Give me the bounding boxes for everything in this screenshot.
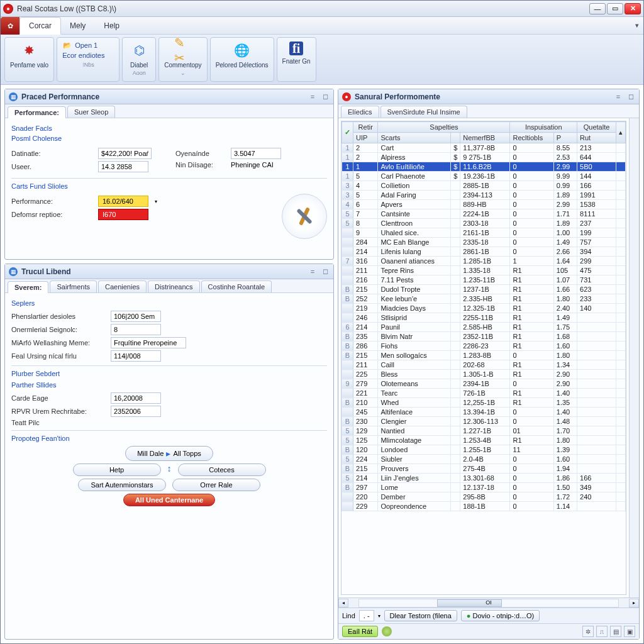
ribbon-penfame[interactable]: ✸ Penfame valo (4, 37, 54, 82)
col-recltiobls[interactable]: Recltiobls (510, 133, 553, 143)
table-row[interactable]: 2167.11 Pests1.235-11BR11.07731 (342, 275, 626, 285)
panel1-popout[interactable]: ◻ (321, 92, 330, 101)
maximize-button[interactable]: ▭ (607, 3, 623, 14)
table-row[interactable]: 57Cantsinte2224-1B01.718111 (342, 209, 626, 219)
status-icon-3[interactable]: ▤ (610, 626, 621, 637)
phenslartier-field[interactable]: 106|200 Sem (111, 311, 161, 322)
status-icon-4[interactable]: ▣ (624, 626, 635, 637)
table-row[interactable]: 9279Olotemeans2394-1B02.90 (342, 379, 626, 389)
rpvr-field[interactable]: 2352006 (111, 406, 161, 417)
table-row[interactable]: 5214Liin J'engles13.301-6801.86166 (342, 474, 626, 483)
table-row[interactable]: B230Clengier12.306-11301.48 (342, 417, 626, 426)
menu-tab-corcar[interactable]: Corcar (19, 17, 61, 35)
ribbon-open1[interactable]: 📂Open 1 (62, 40, 97, 50)
table-row[interactable]: 211Tepre Rins1.335-18R1105475 (342, 266, 626, 275)
app-menu-button[interactable]: ✿ (1, 17, 19, 35)
table-row[interactable]: 11Avlo Euítilioňe$11.6.B2B02.995B0 (342, 162, 626, 172)
table-row[interactable]: B286Fiohs2286-23R11.60 (342, 341, 626, 351)
menu-overflow[interactable]: ▾ (631, 17, 643, 34)
table-row[interactable]: 214Lifenis lulang2861-1B02.66394 (342, 247, 626, 257)
data-grid[interactable]: ✓ Retir Sapelties Inspuisation Quetalte … (341, 121, 626, 595)
table-row[interactable]: 5224Siubler2.0-4B01.60 (342, 455, 626, 464)
menu-tab-help[interactable]: Help (95, 17, 129, 34)
col-nemerfbb[interactable]: NemerfBB (460, 133, 510, 143)
table-row[interactable]: 284MC Eah Blange2335-1801.49757 (342, 238, 626, 247)
oyenaide-field[interactable]: 3.5047 (231, 148, 281, 159)
carde-field[interactable]: 16,20008 (111, 392, 161, 404)
col-inspuisation[interactable]: Inspuisation (510, 122, 577, 133)
col-retir[interactable]: Retir (353, 122, 378, 133)
table-row[interactable]: B215Men sollogaícs1.283-8B01.80 (342, 351, 626, 360)
tab-suer-sleop[interactable]: Suer Sleop (67, 106, 115, 118)
onermlerial-field[interactable]: 8 (111, 324, 161, 335)
status-icon-1[interactable]: ✲ (582, 626, 594, 637)
tab-svensirdute[interactable]: SvenSirdute Flul Insime (380, 106, 467, 118)
menu-tab-mely[interactable]: Mely (61, 17, 95, 34)
scroll-thumb[interactable] (437, 599, 502, 607)
ribbon-fnater[interactable]: fi Fnater Gn (277, 37, 316, 82)
table-row[interactable]: 9Uhaled sice.2161-1B01.00199 (342, 228, 626, 238)
tab-sverem[interactable]: Sverem: (8, 281, 48, 293)
table-row[interactable]: 225Bless1.305-1-BR12.90 (342, 370, 626, 379)
panel1-min[interactable]: = (308, 92, 317, 101)
minimize-button[interactable]: — (589, 3, 606, 14)
panel3-min[interactable]: = (614, 92, 623, 101)
table-row[interactable]: 58Clenttroon2303-1801.89237 (342, 219, 626, 228)
help-button[interactable]: Hetp (73, 464, 161, 476)
tab-distrineancs[interactable]: Distrineancs (148, 280, 200, 292)
dovio-button[interactable]: ●Dovio - otnip-:d…O) (461, 610, 540, 621)
table-row[interactable]: 12Alpiress$9 275-1B02.53644 (342, 153, 626, 162)
tab-caenienies[interactable]: Caenienies (98, 280, 147, 292)
close-button[interactable]: ✕ (625, 3, 641, 14)
sart-autenmionstars-button[interactable]: Sart Autenmionstars (78, 479, 166, 491)
table-row[interactable]: 211Caill202-68R11.34 (342, 360, 626, 370)
table-row[interactable]: B210Whed12,255-1BR11.35 (342, 398, 626, 408)
ribbon-diabel[interactable]: ⌬ Diabel Aoon (122, 37, 156, 82)
miarfo-field[interactable]: Frquítine Preropeine (111, 337, 186, 348)
table-row[interactable]: 35Adal Faring2394-11301.891991 (342, 191, 626, 200)
orrer-rale-button[interactable]: Orrer Rale (172, 479, 260, 491)
table-row[interactable]: B252Kee lebun'e2.335-HBR11.80233 (342, 294, 626, 304)
all-uned-canternane-button[interactable]: All Uned Canternane (123, 494, 215, 506)
table-row[interactable]: B120Londoed1.255-1B111.39 (342, 445, 626, 455)
table-row[interactable]: 15Carl Phaenote$19.236-1B09.99144 (342, 172, 626, 181)
table-row[interactable]: 221Tearc726-1BR11.40 (342, 389, 626, 398)
ribbon-pelored[interactable]: 🌐 Pelored Délections (210, 37, 274, 82)
table-row[interactable]: B215Prouvers275-4B01.94 (342, 464, 626, 474)
datinatle-field[interactable]: $422,200! Poaŕ (98, 148, 152, 159)
vertical-scrollbar[interactable] (629, 118, 639, 597)
tab-elíedics[interactable]: Elíedics (341, 106, 379, 118)
ribbon-endiotes[interactable]: Ecor endiotes (62, 52, 104, 59)
col-caret[interactable]: ▴ (616, 122, 626, 143)
col-quetalte[interactable]: Quetalte (577, 122, 616, 133)
coteces-button[interactable]: Coteces (178, 464, 266, 476)
ribbon-commentopy[interactable]: ✎✂ Commentopy ⌄ (158, 37, 207, 82)
lind-field[interactable]: . - (359, 610, 374, 621)
eail-rat-button[interactable]: Eaíl Rát (342, 626, 378, 637)
table-row[interactable]: 229Oopreondence188-1B01.14 (342, 502, 626, 511)
table-row[interactable]: 7316Oaanenl atiances1.285-1B11.64299 (342, 257, 626, 266)
table-row[interactable]: 46Apvers889-HB02.991538 (342, 200, 626, 209)
table-row[interactable]: 219Miadcies Days12.325-1BR12.40140 (342, 304, 626, 313)
useer-field[interactable]: 14.3 2858 (98, 161, 148, 172)
col-p[interactable]: P (553, 133, 577, 143)
table-row[interactable]: 245Altifenlace13.394-1B01.40 (342, 408, 626, 417)
col-uip[interactable]: UIP (353, 133, 378, 143)
mill-date-button[interactable]: Mill Dale ▸ All Topps (125, 446, 213, 461)
table-row[interactable]: 5125Mlimcolatage1.253-4BR11.80 (342, 436, 626, 445)
table-row[interactable]: 5129Nantied1.227-1B011.70 (342, 426, 626, 436)
table-row[interactable]: 220Dember295-8B01.72240 (342, 492, 626, 502)
table-row[interactable]: B297Lome12.137-1801.50349 (342, 483, 626, 492)
horizontal-scrollbar[interactable]: ◂ OI ▸ (338, 597, 639, 608)
tab-costinhe[interactable]: Costinhe Roantale (201, 280, 272, 292)
table-row[interactable]: 246Stlisiprid2255-11BR11.49 (342, 313, 626, 323)
col-scarts[interactable]: Scarts (378, 133, 451, 143)
panel2-min[interactable]: = (308, 267, 317, 276)
table-row[interactable]: B215Dudol Tropte1237-1BR11.66623 (342, 285, 626, 294)
panel2-popout[interactable]: ◻ (321, 267, 330, 276)
tab-sairfments[interactable]: Sairfments (50, 280, 97, 292)
dlear-testorn-button[interactable]: Dlear Testorn (filena (384, 610, 457, 621)
table-row[interactable]: B235Blvim Natr2352-11BR11.68 (342, 332, 626, 341)
table-row[interactable]: 34Coílietion2885-1B00.99166 (342, 181, 626, 191)
table-row[interactable]: 6214Paunil2.585-HBR11.75 (342, 323, 626, 332)
